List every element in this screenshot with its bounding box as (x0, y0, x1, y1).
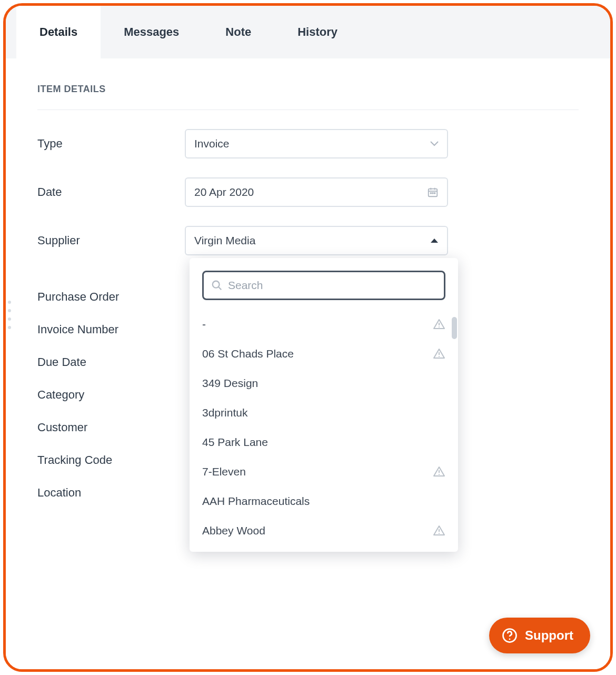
dropdown-options: -06 St Chads Place349 Design3dprintuk45 … (190, 310, 458, 545)
supplier-value: Virgin Media (194, 234, 430, 247)
label-location: Location (37, 486, 185, 500)
type-select[interactable]: Invoice (185, 129, 448, 158)
tab-history[interactable]: History (274, 6, 361, 58)
dropdown-search-input[interactable] (228, 279, 436, 292)
pager-dots (8, 301, 11, 329)
svg-marker-7 (431, 239, 438, 243)
label-customer: Customer (37, 421, 185, 434)
dropdown-search[interactable] (202, 271, 445, 300)
supplier-select[interactable]: Virgin Media (185, 226, 448, 255)
warning-icon (433, 348, 445, 360)
svg-point-15 (439, 474, 440, 475)
row-type: Type Invoice (37, 129, 579, 158)
label-purchase-order: Purchase Order (37, 290, 185, 304)
tab-note[interactable]: Note (202, 6, 274, 58)
section-title: ITEM DETAILS (37, 84, 579, 110)
tab-messages[interactable]: Messages (101, 6, 202, 58)
svg-point-13 (439, 356, 440, 357)
search-icon (211, 280, 223, 291)
row-supplier: Supplier Virgin Media (37, 226, 579, 255)
tab-details[interactable]: Details (16, 6, 101, 58)
svg-point-5 (432, 193, 433, 194)
svg-point-17 (439, 533, 440, 534)
svg-point-6 (434, 193, 435, 194)
support-button[interactable]: Support (489, 618, 590, 653)
chevron-down-icon (430, 141, 439, 146)
dropdown-option-label: AAH Pharmaceuticals (202, 495, 310, 508)
dropdown-option-label: Abbey Wood (202, 524, 265, 537)
dropdown-scrollbar[interactable] (452, 317, 457, 339)
label-category: Category (37, 388, 185, 402)
svg-point-11 (439, 326, 440, 327)
warning-icon (433, 524, 445, 537)
dropdown-option-label: - (202, 318, 206, 331)
supplier-dropdown: -06 St Chads Place349 Design3dprintuk45 … (190, 258, 458, 552)
dropdown-option[interactable]: 349 Design (190, 369, 458, 398)
help-icon (502, 628, 518, 643)
label-date: Date (37, 185, 185, 199)
svg-point-8 (213, 281, 220, 288)
calendar-icon (427, 186, 439, 198)
label-type: Type (37, 137, 185, 151)
dropdown-option[interactable]: Abbey Wood (190, 516, 458, 545)
label-supplier: Supplier (37, 234, 185, 247)
dropdown-option[interactable]: - (190, 310, 458, 339)
svg-point-4 (430, 193, 431, 194)
dropdown-option[interactable]: 45 Park Lane (190, 428, 458, 457)
chevron-up-icon (430, 238, 439, 243)
type-value: Invoice (194, 137, 430, 150)
label-tracking-code: Tracking Code (37, 453, 185, 467)
date-value: 20 Apr 2020 (194, 186, 427, 198)
dropdown-option-label: 45 Park Lane (202, 436, 268, 449)
svg-point-19 (509, 639, 511, 640)
row-date: Date 20 Apr 2020 (37, 177, 579, 207)
dropdown-option[interactable]: AAH Pharmaceuticals (190, 487, 458, 516)
dropdown-option-label: 7-Eleven (202, 465, 246, 478)
label-invoice-number: Invoice Number (37, 323, 185, 336)
tab-bar: Details Messages Note History (6, 6, 610, 58)
warning-icon (433, 465, 445, 478)
dropdown-option-label: 06 St Chads Place (202, 348, 294, 360)
dropdown-option-label: 3dprintuk (202, 406, 247, 419)
app-frame: Details Messages Note History ITEM DETAI… (3, 3, 613, 672)
support-label: Support (525, 628, 573, 643)
dropdown-option[interactable]: 06 St Chads Place (190, 339, 458, 369)
svg-line-9 (218, 287, 222, 290)
dropdown-option[interactable]: 3dprintuk (190, 398, 458, 428)
warning-icon (433, 318, 445, 331)
date-input[interactable]: 20 Apr 2020 (185, 177, 448, 207)
label-due-date: Due Date (37, 355, 185, 369)
dropdown-option-label: 349 Design (202, 377, 258, 390)
dropdown-option[interactable]: 7-Eleven (190, 457, 458, 487)
